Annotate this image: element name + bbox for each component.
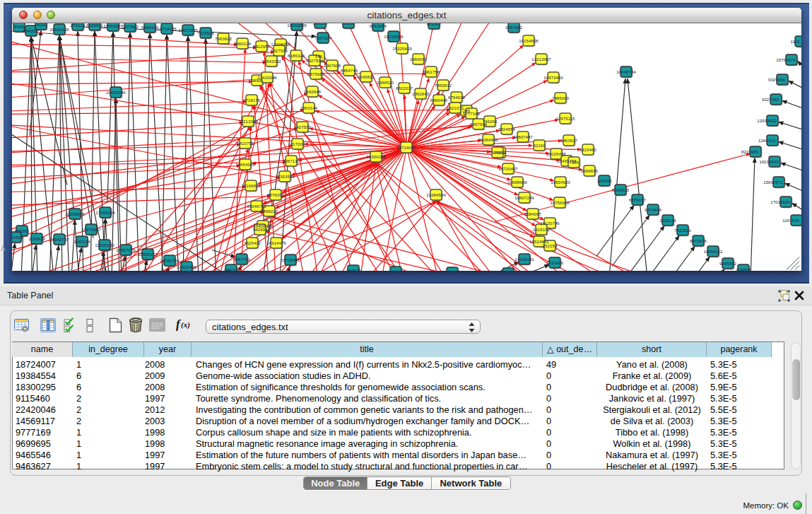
svg-text:881307: 881307	[427, 23, 442, 26]
svg-text:19166829: 19166829	[241, 183, 261, 188]
svg-text:2935114: 2935114	[659, 218, 676, 223]
svg-text:7485063: 7485063	[552, 95, 570, 100]
svg-text:9474444: 9474444	[645, 207, 662, 212]
svg-text:1112: 1112	[791, 39, 800, 44]
svg-text:23420046: 23420046	[257, 75, 277, 80]
svg-text:10958107: 10958107	[138, 252, 158, 257]
svg-text:9146821: 9146821	[358, 74, 375, 79]
svg-text:1621072: 1621072	[447, 105, 464, 110]
svg-text:15720407: 15720407	[498, 166, 518, 171]
svg-text:9245652: 9245652	[719, 261, 737, 266]
svg-text:16154808: 16154808	[519, 38, 539, 43]
svg-text:8215955: 8215955	[741, 149, 759, 154]
svg-text:8912954: 8912954	[253, 44, 271, 49]
svg-text:1664093: 1664093	[410, 57, 428, 62]
svg-text:10807487: 10807487	[513, 134, 533, 139]
svg-text:7515526: 7515526	[197, 30, 215, 35]
svg-text:12905135: 12905135	[95, 243, 114, 247]
svg-text:20206576: 20206576	[65, 211, 85, 216]
svg-text:14136141: 14136141	[514, 257, 534, 262]
svg-text:8813054: 8813054	[370, 23, 387, 28]
svg-text:12975115: 12975115	[555, 116, 575, 121]
svg-text:17957275: 17957275	[116, 247, 136, 252]
svg-text:20053346: 20053346	[106, 90, 126, 95]
svg-text:9084067: 9084067	[524, 211, 542, 216]
svg-text:5498222: 5498222	[261, 209, 278, 214]
svg-text:15325419: 15325419	[392, 46, 412, 51]
svg-text:8454749: 8454749	[341, 68, 358, 73]
svg-text:10653287: 10653287	[103, 23, 123, 28]
svg-text:88130: 88130	[342, 23, 355, 25]
svg-text:940994: 940994	[253, 227, 268, 232]
svg-text:946110: 946110	[224, 267, 239, 271]
svg-text:(x): (x)	[181, 320, 190, 329]
svg-text:8427552: 8427552	[294, 124, 312, 129]
svg-text:746266: 746266	[483, 119, 498, 124]
svg-text:12353594: 12353594	[275, 174, 295, 179]
svg-text:160338: 160338	[313, 23, 328, 25]
svg-text:1362643: 1362643	[412, 91, 430, 96]
svg-text:9777169: 9777169	[463, 111, 481, 116]
svg-text:252254: 252254	[543, 243, 558, 248]
svg-text:17359924: 17359924	[95, 210, 115, 215]
svg-text:18724007: 18724007	[396, 145, 416, 150]
svg-text:835061: 835061	[15, 228, 30, 233]
svg-text:9115460: 9115460	[579, 147, 596, 152]
svg-text:9327506: 9327506	[271, 48, 288, 53]
svg-text:1527602: 1527602	[122, 24, 139, 29]
svg-text:5938923: 5938923	[612, 187, 630, 192]
svg-text:8471676: 8471676	[690, 238, 707, 243]
svg-text:8822037: 8822037	[396, 86, 413, 90]
svg-text:10654112: 10654112	[703, 249, 723, 254]
svg-text:87341: 87341	[446, 270, 459, 271]
svg-text:12942737: 12942737	[49, 237, 69, 242]
svg-text:7357224: 7357224	[314, 35, 332, 40]
svg-text:6466160: 6466160	[141, 25, 159, 30]
svg-text:8105811: 8105811	[86, 23, 103, 28]
svg-text:1588520: 1588520	[377, 80, 394, 85]
svg-text:16543362: 16543362	[261, 59, 281, 64]
svg-text:99231: 99231	[389, 269, 402, 271]
svg-text:10120746: 10120746	[540, 221, 560, 226]
svg-text:16033809: 16033809	[287, 23, 307, 28]
svg-text:3824554: 3824554	[498, 127, 516, 132]
svg-text:8267130: 8267130	[283, 158, 300, 163]
svg-text:2718176: 2718176	[243, 98, 261, 103]
svg-text:1244419: 1244419	[758, 138, 776, 143]
svg-text:104522: 104522	[346, 268, 361, 271]
svg-text:62160: 62160	[533, 143, 546, 148]
svg-text:12093822: 12093822	[757, 118, 777, 123]
svg-text:7964: 7964	[569, 160, 579, 165]
svg-text:19654923: 19654923	[551, 180, 570, 185]
svg-text:10654925: 10654925	[235, 162, 255, 167]
svg-text:9463627: 9463627	[560, 138, 578, 143]
svg-text:9242848: 9242848	[304, 89, 322, 94]
svg-text:15716485: 15716485	[281, 257, 300, 262]
svg-text:391591: 391591	[12, 235, 23, 240]
svg-text:16671355: 16671355	[178, 28, 198, 33]
svg-text:20364436: 20364436	[478, 137, 498, 142]
svg-text:3375685: 3375685	[307, 71, 325, 76]
svg-text:144095: 144095	[597, 178, 612, 183]
svg-text:7986372: 7986372	[489, 150, 507, 155]
svg-text:6794028: 6794028	[448, 95, 466, 100]
svg-text:10719155: 10719155	[157, 26, 177, 31]
svg-text:19218506: 19218506	[384, 34, 404, 39]
svg-text:10973493: 10973493	[543, 75, 563, 80]
svg-text:20691406: 20691406	[49, 27, 69, 32]
svg-text:8990448: 8990448	[430, 98, 448, 103]
svg-text:7625402: 7625402	[244, 240, 261, 245]
svg-text:16046755: 16046755	[247, 204, 266, 209]
svg-text:53281: 53281	[35, 23, 47, 27]
svg-text:1810755: 1810755	[237, 141, 254, 146]
svg-text:18300295: 18300295	[366, 154, 386, 159]
svg-text:1167533: 1167533	[782, 218, 799, 223]
svg-text:2367608: 2367608	[324, 63, 341, 68]
svg-text:8878352: 8878352	[267, 192, 285, 197]
svg-text:9457791: 9457791	[233, 257, 251, 262]
svg-text:15751074: 15751074	[776, 57, 796, 62]
svg-text:1156829: 1156829	[28, 236, 45, 241]
svg-text:18807249: 18807249	[514, 195, 534, 200]
svg-text:17016504: 17016504	[770, 199, 790, 204]
svg-text:16914479: 16914479	[266, 240, 286, 245]
